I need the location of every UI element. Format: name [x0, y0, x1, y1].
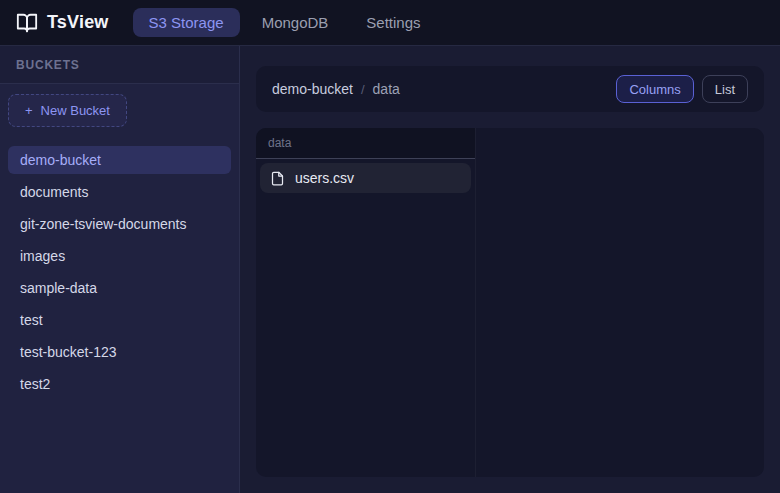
- bucket-list: demo-bucket documents git-zone-tsview-do…: [8, 146, 231, 398]
- new-bucket-button[interactable]: + New Bucket: [8, 94, 127, 127]
- files-panel: data users.csv: [256, 128, 764, 477]
- top-navbar: TsView S3 Storage MongoDB Settings: [0, 0, 780, 46]
- bucket-item-git-zone-tsview-documents[interactable]: git-zone-tsview-documents: [8, 210, 231, 238]
- bucket-item-test[interactable]: test: [8, 306, 231, 334]
- nav-tab-s3-storage[interactable]: S3 Storage: [133, 8, 240, 37]
- column-body: users.csv: [256, 159, 475, 197]
- breadcrumb-bucket[interactable]: demo-bucket: [272, 81, 353, 97]
- buckets-sidebar: BUCKETS + New Bucket demo-bucket documen…: [0, 46, 240, 493]
- nav-tab-mongodb[interactable]: MongoDB: [246, 8, 345, 37]
- sidebar-section-title: BUCKETS: [0, 46, 239, 84]
- list-view-button[interactable]: List: [702, 75, 748, 103]
- file-icon: [270, 171, 285, 186]
- app-title: TsView: [47, 12, 109, 33]
- miller-column-data: data users.csv: [256, 128, 476, 477]
- new-bucket-label: New Bucket: [41, 103, 110, 118]
- bucket-item-test-bucket-123[interactable]: test-bucket-123: [8, 338, 231, 366]
- breadcrumb-bar: demo-bucket / data Columns List: [256, 66, 764, 112]
- main-content: demo-bucket / data Columns List data use…: [240, 46, 780, 493]
- bucket-item-images[interactable]: images: [8, 242, 231, 270]
- nav-tab-settings[interactable]: Settings: [350, 8, 436, 37]
- column-header: data: [256, 128, 475, 159]
- bucket-item-test2[interactable]: test2: [8, 370, 231, 398]
- view-toggle: Columns List: [616, 75, 748, 103]
- breadcrumb-separator: /: [361, 82, 365, 97]
- columns-view-button[interactable]: Columns: [616, 75, 693, 103]
- breadcrumb-folder[interactable]: data: [373, 81, 400, 97]
- main-nav: S3 Storage MongoDB Settings: [133, 8, 437, 37]
- book-open-icon: [16, 12, 38, 34]
- bucket-item-demo-bucket[interactable]: demo-bucket: [8, 146, 231, 174]
- app-logo: TsView: [16, 12, 109, 34]
- bucket-item-sample-data[interactable]: sample-data: [8, 274, 231, 302]
- file-name: users.csv: [295, 170, 354, 186]
- bucket-item-documents[interactable]: documents: [8, 178, 231, 206]
- file-item-users-csv[interactable]: users.csv: [260, 163, 471, 193]
- sidebar-body: + New Bucket demo-bucket documents git-z…: [0, 84, 239, 412]
- plus-icon: +: [25, 103, 33, 118]
